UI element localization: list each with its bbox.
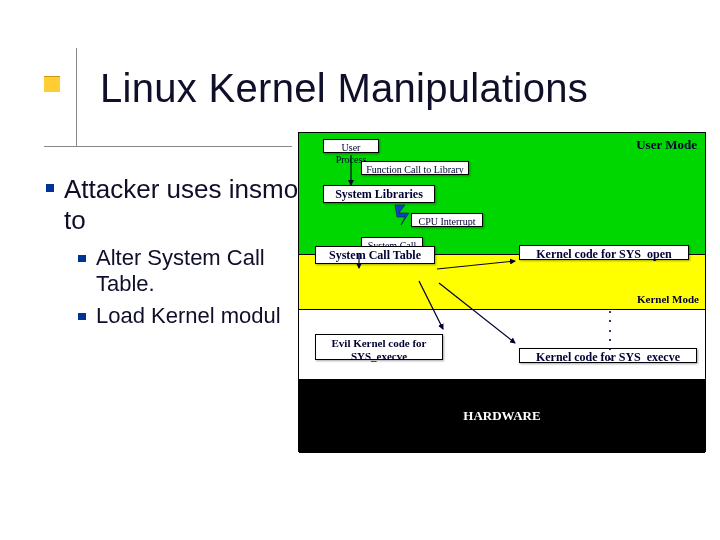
accent-square xyxy=(44,76,60,92)
body-text: Attacker uses insmod to Alter System Cal… xyxy=(46,174,316,335)
slide-title: Linux Kernel Manipulations xyxy=(100,66,588,111)
box-cpu-interrupt: CPU Interrupt xyxy=(411,213,483,227)
sub-bullet-1-text: Alter System Call Table. xyxy=(96,245,316,297)
bullet-main: Attacker uses insmod to xyxy=(46,174,316,235)
box-system-call-table: System Call Table xyxy=(315,246,435,264)
box-evil-kernel-execve: Evil Kernel code for SYS_execve xyxy=(315,334,443,360)
label-hardware: HARDWARE xyxy=(299,408,705,424)
bullet-square-icon xyxy=(78,255,86,262)
architecture-diagram: User Mode User Process Function Call to … xyxy=(298,132,706,452)
slide-root: Linux Kernel Manipulations Attacker uses… xyxy=(0,0,720,540)
ellipsis-dots: ······ xyxy=(605,308,615,364)
sub-bullet-2: Load Kernel modul xyxy=(78,303,316,329)
bullet-square-icon xyxy=(78,313,86,320)
title-area: Linux Kernel Manipulations xyxy=(0,48,700,138)
zone-syscall-table: System Call Table Kernel code for SYS_op… xyxy=(299,255,705,310)
bullet-main-text: Attacker uses insmod to xyxy=(64,174,316,235)
box-function-call: Function Call to Library xyxy=(361,161,469,175)
zone-user-mode: User Mode User Process Function Call to … xyxy=(299,133,705,255)
box-kernel-sys-open: Kernel code for SYS_open xyxy=(519,245,689,260)
accent-line-vertical xyxy=(76,48,77,146)
box-user-process: User Process xyxy=(323,139,379,153)
zone-kernel-code: Evil Kernel code for SYS_execve Kernel c… xyxy=(299,310,705,380)
sub-bullet-2-text: Load Kernel modul xyxy=(96,303,281,329)
box-system-libraries: System Libraries xyxy=(323,185,435,203)
label-kernel-mode: Kernel Mode xyxy=(637,293,699,305)
accent-line-horizontal xyxy=(44,146,292,147)
zone-hardware: HARDWARE xyxy=(299,380,705,453)
label-user-mode: User Mode xyxy=(636,137,697,153)
sub-bullet-list: Alter System Call Table. Load Kernel mod… xyxy=(78,245,316,329)
sub-bullet-1: Alter System Call Table. xyxy=(78,245,316,297)
bullet-square-icon xyxy=(46,184,54,192)
